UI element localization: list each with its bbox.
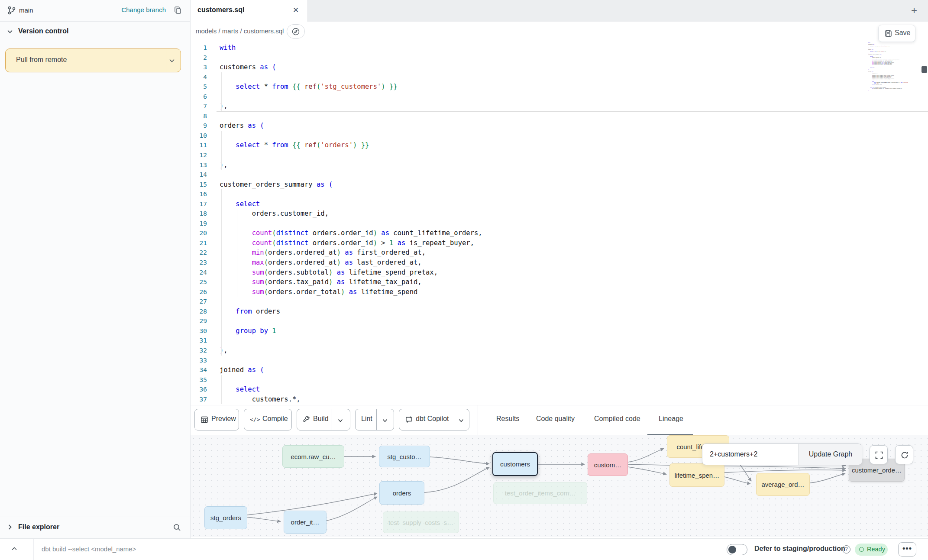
code-line: 24 sum(orders.subtotal) as lifetime_spen… bbox=[191, 268, 866, 278]
line-number: 23 bbox=[191, 258, 207, 268]
chevron-down-icon[interactable] bbox=[337, 418, 343, 425]
pull-from-remote-label: Pull from remote bbox=[16, 56, 67, 64]
code-line: 16 bbox=[191, 189, 866, 199]
defer-label: Defer to staging/production bbox=[754, 545, 845, 553]
code-line: 29 bbox=[191, 316, 866, 326]
code-editor[interactable]: 1with23customers as (45 select * from {{… bbox=[191, 41, 928, 405]
lineage-node-average_ord[interactable]: average_ord… bbox=[756, 473, 810, 496]
line-number: 33 bbox=[191, 356, 207, 366]
caret-up-icon[interactable] bbox=[10, 545, 18, 554]
lineage-node-test_order_items_com[interactable]: test_order_items_com… bbox=[493, 482, 587, 504]
lineage-node-custom[interactable]: custom… bbox=[588, 453, 628, 476]
lineage-node-orders[interactable]: orders bbox=[379, 481, 424, 505]
tab-code-quality[interactable]: Code quality bbox=[536, 415, 575, 423]
pull-from-remote-button[interactable]: Pull from remote bbox=[5, 49, 181, 72]
chevron-down-icon[interactable] bbox=[168, 57, 175, 66]
chevron-down-icon[interactable] bbox=[382, 418, 388, 425]
command-bar: dbt build --select <model_name> Defer to… bbox=[0, 538, 928, 560]
tab-strip: customers.sql ✕ + bbox=[191, 0, 928, 22]
tab-results[interactable]: Results bbox=[496, 415, 519, 423]
copy-icon[interactable] bbox=[173, 6, 182, 16]
lineage-panel[interactable]: ecom.raw_cu…stg_custo…ordersstg_ordersor… bbox=[191, 435, 928, 537]
line-number: 27 bbox=[191, 297, 207, 307]
button-divider bbox=[166, 49, 166, 72]
code-line: 6 bbox=[191, 92, 866, 102]
lineage-edge bbox=[327, 497, 377, 521]
line-number: 22 bbox=[191, 248, 207, 258]
line-number: 8 bbox=[191, 111, 207, 121]
code-line: 12 bbox=[191, 150, 866, 160]
lineage-node-test_supply_costs_s[interactable]: test_supply_costs_s… bbox=[383, 511, 459, 533]
lineage-node-ecom.raw_cu[interactable]: ecom.raw_cu… bbox=[282, 445, 344, 468]
minimap[interactable]: withcustomers as ( select * from {{ ref(… bbox=[868, 42, 908, 111]
defer-toggle[interactable] bbox=[727, 544, 747, 555]
change-branch-link[interactable]: Change branch bbox=[121, 6, 166, 13]
status-badge[interactable]: Ready bbox=[855, 544, 888, 556]
line-number: 17 bbox=[191, 199, 207, 209]
help-icon[interactable]: ? bbox=[842, 545, 850, 554]
version-control-title: Version control bbox=[18, 27, 68, 35]
preview-button[interactable]: Preview bbox=[194, 409, 239, 431]
code-line: 10 bbox=[191, 131, 866, 141]
close-icon[interactable]: ✕ bbox=[291, 6, 301, 15]
compass-icon[interactable] bbox=[287, 24, 305, 39]
lineage-edge bbox=[724, 477, 750, 484]
lint-button[interactable]: Lint bbox=[355, 409, 394, 431]
scrollbar-thumb[interactable] bbox=[922, 66, 927, 73]
line-number: 35 bbox=[191, 375, 207, 385]
save-button[interactable]: Save bbox=[878, 25, 915, 42]
code-line: 1with bbox=[191, 43, 866, 53]
lineage-node-order_it[interactable]: order_it… bbox=[284, 511, 327, 534]
line-number: 15 bbox=[191, 180, 207, 190]
line-number: 2 bbox=[191, 53, 207, 63]
line-number: 21 bbox=[191, 238, 207, 248]
chevron-down-icon[interactable] bbox=[458, 418, 464, 425]
dbt-copilot-button[interactable]: dbt Copilot bbox=[399, 409, 469, 431]
plus-icon[interactable]: + bbox=[908, 5, 920, 17]
lineage-search-input[interactable]: 2+customers+2 bbox=[702, 444, 799, 465]
breadcrumb-bar: models / marts / customers.sql bbox=[191, 22, 928, 41]
build-label: Build bbox=[313, 415, 329, 423]
lineage-node-stg_custo[interactable]: stg_custo… bbox=[379, 446, 430, 467]
lineage-search-bar: 2+customers+2 Update Graph bbox=[702, 443, 862, 465]
tab-compiled-code[interactable]: Compiled code bbox=[594, 415, 640, 423]
file-explorer-header[interactable]: File explorer bbox=[0, 517, 190, 538]
code-icon: </> bbox=[250, 416, 260, 423]
refresh-button[interactable] bbox=[895, 445, 913, 464]
compile-button[interactable]: </> Compile bbox=[244, 409, 292, 431]
lineage-edge bbox=[628, 448, 664, 462]
version-control-header[interactable]: Version control bbox=[0, 22, 190, 42]
code-line: select * from joined bbox=[868, 92, 908, 93]
tab-lineage[interactable]: Lineage bbox=[659, 415, 683, 423]
build-button[interactable]: Build bbox=[297, 409, 350, 431]
line-number: 20 bbox=[191, 228, 207, 238]
line-number: 36 bbox=[191, 385, 207, 395]
code-line: 35 bbox=[191, 375, 866, 385]
save-label: Save bbox=[895, 29, 910, 37]
file-explorer-title: File explorer bbox=[18, 523, 59, 531]
status-label: Ready bbox=[867, 546, 885, 553]
lineage-edge bbox=[724, 470, 846, 473]
line-number: 18 bbox=[191, 209, 207, 219]
chat-plus-icon bbox=[405, 416, 413, 425]
lineage-node-customers[interactable]: customers bbox=[492, 452, 538, 476]
search-icon[interactable] bbox=[173, 523, 181, 534]
fullscreen-button[interactable] bbox=[870, 445, 888, 464]
lineage-node-stg_orders[interactable]: stg_orders bbox=[204, 506, 247, 529]
line-number: 10 bbox=[191, 131, 207, 141]
code-line: 27 bbox=[191, 297, 866, 307]
update-graph-button[interactable]: Update Graph bbox=[799, 444, 862, 465]
code-line: 33 bbox=[191, 356, 866, 366]
code-line: 34joined as ( bbox=[191, 365, 866, 375]
lineage-node-lifetime_spen[interactable]: lifetime_spen… bbox=[669, 463, 724, 487]
tab-customers-sql[interactable]: customers.sql ✕ bbox=[191, 0, 308, 22]
code-line: 37 customers.*, bbox=[191, 395, 866, 405]
code-line: 36 select bbox=[191, 385, 866, 395]
code-line: 20 count(distinct orders.order_id) as co… bbox=[191, 228, 866, 238]
ellipsis-icon[interactable]: ••• bbox=[898, 542, 916, 557]
code-line: 7), bbox=[191, 101, 866, 111]
sidebar: main Change branch Version control Pull … bbox=[0, 0, 191, 538]
line-number: 1 bbox=[191, 43, 207, 53]
branch-row: main Change branch bbox=[0, 0, 190, 22]
command-input[interactable]: dbt build --select <model_name> bbox=[42, 545, 136, 553]
